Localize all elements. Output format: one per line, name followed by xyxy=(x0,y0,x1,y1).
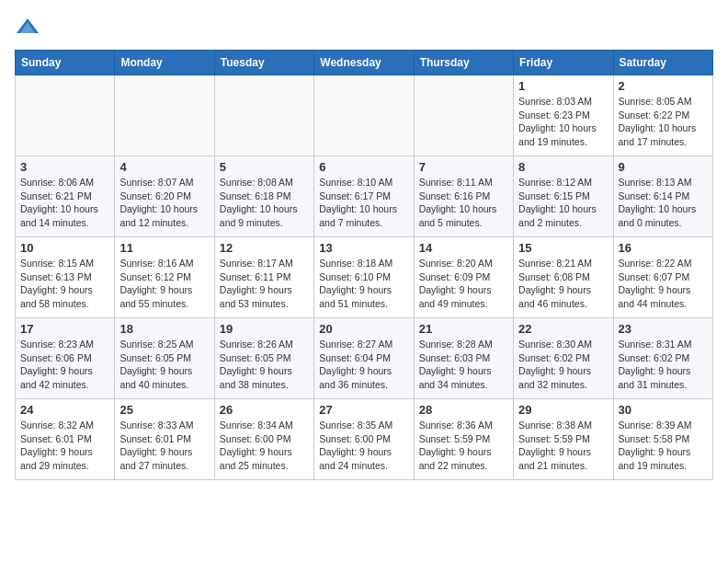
day-number: 17 xyxy=(20,322,109,336)
day-info: Sunrise: 8:22 AMSunset: 6:07 PMDaylight:… xyxy=(619,257,708,311)
day-number: 27 xyxy=(319,403,408,417)
day-header-thursday: Thursday xyxy=(414,51,513,75)
week-row-3: 10Sunrise: 8:15 AMSunset: 6:13 PMDayligh… xyxy=(16,237,713,318)
day-number: 21 xyxy=(419,322,508,336)
calendar-cell xyxy=(214,75,313,156)
day-number: 22 xyxy=(518,322,608,336)
day-number: 13 xyxy=(319,241,408,255)
calendar-cell: 28Sunrise: 8:36 AMSunset: 5:59 PMDayligh… xyxy=(414,399,513,480)
day-info: Sunrise: 8:34 AMSunset: 6:00 PMDaylight:… xyxy=(220,419,309,473)
day-info: Sunrise: 8:30 AMSunset: 6:02 PMDaylight:… xyxy=(518,338,608,392)
day-info: Sunrise: 8:32 AMSunset: 6:01 PMDaylight:… xyxy=(20,419,109,473)
day-number: 2 xyxy=(619,79,708,93)
day-header-tuesday: Tuesday xyxy=(214,51,313,75)
day-info: Sunrise: 8:39 AMSunset: 5:58 PMDaylight:… xyxy=(619,419,708,473)
calendar-cell: 13Sunrise: 8:18 AMSunset: 6:10 PMDayligh… xyxy=(314,237,414,318)
day-number: 8 xyxy=(518,160,608,174)
day-info: Sunrise: 8:25 AMSunset: 6:05 PMDaylight:… xyxy=(119,338,209,392)
day-info: Sunrise: 8:28 AMSunset: 6:03 PMDaylight:… xyxy=(419,338,508,392)
week-row-4: 17Sunrise: 8:23 AMSunset: 6:06 PMDayligh… xyxy=(16,318,713,399)
calendar-cell xyxy=(414,75,513,156)
calendar-cell: 10Sunrise: 8:15 AMSunset: 6:13 PMDayligh… xyxy=(16,237,115,318)
day-info: Sunrise: 8:21 AMSunset: 6:08 PMDaylight:… xyxy=(518,257,608,311)
calendar-cell: 30Sunrise: 8:39 AMSunset: 5:58 PMDayligh… xyxy=(613,399,712,480)
calendar-cell: 26Sunrise: 8:34 AMSunset: 6:00 PMDayligh… xyxy=(214,399,313,480)
day-info: Sunrise: 8:38 AMSunset: 5:59 PMDaylight:… xyxy=(518,419,608,473)
day-number: 6 xyxy=(319,160,408,174)
day-number: 25 xyxy=(119,403,209,417)
calendar-cell: 5Sunrise: 8:08 AMSunset: 6:18 PMDaylight… xyxy=(214,156,313,237)
calendar-cell: 27Sunrise: 8:35 AMSunset: 6:00 PMDayligh… xyxy=(314,399,414,480)
day-info: Sunrise: 8:07 AMSunset: 6:20 PMDaylight:… xyxy=(119,176,209,230)
calendar-cell xyxy=(314,75,414,156)
calendar-cell: 6Sunrise: 8:10 AMSunset: 6:17 PMDaylight… xyxy=(314,156,414,237)
header-row: SundayMondayTuesdayWednesdayThursdayFrid… xyxy=(16,51,713,75)
calendar-cell: 16Sunrise: 8:22 AMSunset: 6:07 PMDayligh… xyxy=(613,237,712,318)
day-number: 10 xyxy=(20,241,109,255)
day-info: Sunrise: 8:20 AMSunset: 6:09 PMDaylight:… xyxy=(419,257,508,311)
day-header-friday: Friday xyxy=(514,51,613,75)
page-header xyxy=(15,15,713,40)
day-number: 5 xyxy=(220,160,309,174)
week-row-1: 1Sunrise: 8:03 AMSunset: 6:23 PMDaylight… xyxy=(16,75,713,156)
calendar-cell: 17Sunrise: 8:23 AMSunset: 6:06 PMDayligh… xyxy=(16,318,115,399)
calendar-cell: 18Sunrise: 8:25 AMSunset: 6:05 PMDayligh… xyxy=(115,318,214,399)
calendar-cell: 14Sunrise: 8:20 AMSunset: 6:09 PMDayligh… xyxy=(414,237,513,318)
day-header-saturday: Saturday xyxy=(613,51,712,75)
day-info: Sunrise: 8:08 AMSunset: 6:18 PMDaylight:… xyxy=(220,176,309,230)
day-info: Sunrise: 8:15 AMSunset: 6:13 PMDaylight:… xyxy=(20,257,109,311)
day-info: Sunrise: 8:10 AMSunset: 6:17 PMDaylight:… xyxy=(319,176,408,230)
day-header-sunday: Sunday xyxy=(16,51,115,75)
day-number: 16 xyxy=(619,241,708,255)
day-number: 7 xyxy=(419,160,508,174)
week-row-5: 24Sunrise: 8:32 AMSunset: 6:01 PMDayligh… xyxy=(16,399,713,480)
day-info: Sunrise: 8:06 AMSunset: 6:21 PMDaylight:… xyxy=(20,176,109,230)
calendar-cell: 1Sunrise: 8:03 AMSunset: 6:23 PMDaylight… xyxy=(514,75,613,156)
calendar-cell: 4Sunrise: 8:07 AMSunset: 6:20 PMDaylight… xyxy=(115,156,214,237)
day-info: Sunrise: 8:18 AMSunset: 6:10 PMDaylight:… xyxy=(319,257,408,311)
calendar-cell: 24Sunrise: 8:32 AMSunset: 6:01 PMDayligh… xyxy=(16,399,115,480)
day-number: 24 xyxy=(20,403,109,417)
logo xyxy=(15,15,44,40)
calendar-cell: 11Sunrise: 8:16 AMSunset: 6:12 PMDayligh… xyxy=(115,237,214,318)
day-info: Sunrise: 8:35 AMSunset: 6:00 PMDaylight:… xyxy=(319,419,408,473)
calendar-cell: 25Sunrise: 8:33 AMSunset: 6:01 PMDayligh… xyxy=(115,399,214,480)
calendar-cell: 7Sunrise: 8:11 AMSunset: 6:16 PMDaylight… xyxy=(414,156,513,237)
day-number: 29 xyxy=(518,403,608,417)
day-info: Sunrise: 8:31 AMSunset: 6:02 PMDaylight:… xyxy=(619,338,708,392)
day-number: 19 xyxy=(220,322,309,336)
day-number: 28 xyxy=(419,403,508,417)
day-info: Sunrise: 8:27 AMSunset: 6:04 PMDaylight:… xyxy=(319,338,408,392)
week-row-2: 3Sunrise: 8:06 AMSunset: 6:21 PMDaylight… xyxy=(16,156,713,237)
calendar-cell: 22Sunrise: 8:30 AMSunset: 6:02 PMDayligh… xyxy=(514,318,613,399)
day-number: 9 xyxy=(619,160,708,174)
calendar-cell: 29Sunrise: 8:38 AMSunset: 5:59 PMDayligh… xyxy=(514,399,613,480)
day-number: 15 xyxy=(518,241,608,255)
calendar-cell: 8Sunrise: 8:12 AMSunset: 6:15 PMDaylight… xyxy=(514,156,613,237)
calendar-cell: 2Sunrise: 8:05 AMSunset: 6:22 PMDaylight… xyxy=(613,75,712,156)
day-info: Sunrise: 8:11 AMSunset: 6:16 PMDaylight:… xyxy=(419,176,508,230)
day-info: Sunrise: 8:17 AMSunset: 6:11 PMDaylight:… xyxy=(220,257,309,311)
calendar-cell xyxy=(115,75,214,156)
calendar-cell xyxy=(16,75,115,156)
day-number: 1 xyxy=(518,79,608,93)
calendar-cell: 19Sunrise: 8:26 AMSunset: 6:05 PMDayligh… xyxy=(214,318,313,399)
calendar-cell: 20Sunrise: 8:27 AMSunset: 6:04 PMDayligh… xyxy=(314,318,414,399)
calendar-body: 1Sunrise: 8:03 AMSunset: 6:23 PMDaylight… xyxy=(16,75,713,480)
day-info: Sunrise: 8:05 AMSunset: 6:22 PMDaylight:… xyxy=(619,95,708,149)
day-number: 30 xyxy=(619,403,708,417)
day-info: Sunrise: 8:23 AMSunset: 6:06 PMDaylight:… xyxy=(20,338,109,392)
calendar-header: SundayMondayTuesdayWednesdayThursdayFrid… xyxy=(16,51,713,75)
day-number: 20 xyxy=(319,322,408,336)
day-info: Sunrise: 8:26 AMSunset: 6:05 PMDaylight:… xyxy=(220,338,309,392)
calendar-cell: 23Sunrise: 8:31 AMSunset: 6:02 PMDayligh… xyxy=(613,318,712,399)
calendar-cell: 9Sunrise: 8:13 AMSunset: 6:14 PMDaylight… xyxy=(613,156,712,237)
day-info: Sunrise: 8:12 AMSunset: 6:15 PMDaylight:… xyxy=(518,176,608,230)
day-number: 4 xyxy=(119,160,209,174)
day-header-monday: Monday xyxy=(115,51,214,75)
day-number: 18 xyxy=(119,322,209,336)
day-header-wednesday: Wednesday xyxy=(314,51,414,75)
day-number: 14 xyxy=(419,241,508,255)
calendar-cell: 12Sunrise: 8:17 AMSunset: 6:11 PMDayligh… xyxy=(214,237,313,318)
calendar-cell: 21Sunrise: 8:28 AMSunset: 6:03 PMDayligh… xyxy=(414,318,513,399)
